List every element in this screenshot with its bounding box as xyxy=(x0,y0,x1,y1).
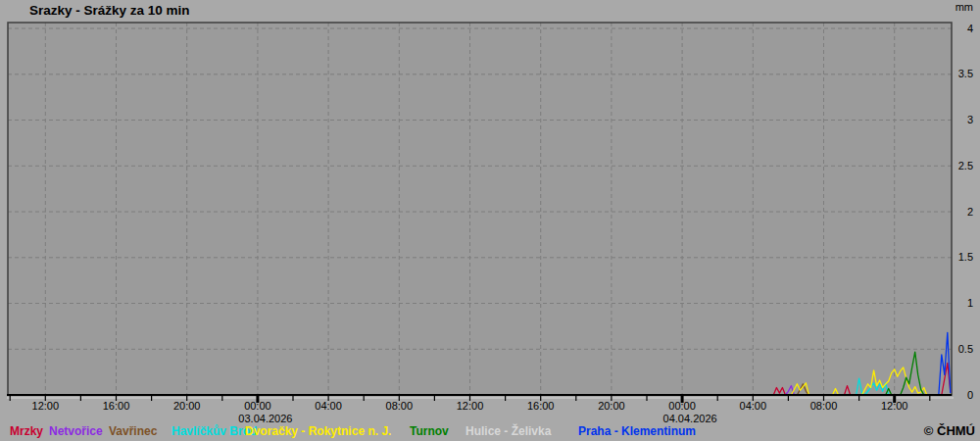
chart-title: Srazky - Srážky za 10 min xyxy=(29,3,190,18)
x-axis-tick-label: 08:00 xyxy=(369,400,428,412)
y-axis-tick-label: 2 xyxy=(934,206,973,218)
y-axis-unit-label: mm xyxy=(934,1,973,13)
x-axis-tick-label: 12:00 xyxy=(441,400,500,412)
legend-item: Hulice - Želivka xyxy=(466,424,551,438)
x-axis-tick-label: 08:00 xyxy=(795,400,854,412)
x-axis-tick-label: 00:00 xyxy=(228,400,287,412)
x-axis-tick-label: 20:00 xyxy=(158,400,217,412)
y-axis-tick-label: 0 xyxy=(934,389,973,401)
y-axis-tick-label: 3.5 xyxy=(934,68,973,79)
legend-item: Turnov xyxy=(410,424,449,438)
precipitation-chart-plot xyxy=(0,0,980,441)
y-axis-tick-label: 1 xyxy=(934,297,973,309)
precipitation-chart-window: Srazky - Srážky za 10 min mm 43.532.521.… xyxy=(0,0,980,441)
y-axis-tick-label: 3 xyxy=(934,114,973,125)
legend-item: Mrzky xyxy=(10,424,43,438)
x-axis-tick-label: 16:00 xyxy=(512,400,570,412)
x-axis-date-label: 04.04.2026 xyxy=(646,413,734,424)
x-axis-tick-label: 04:00 xyxy=(299,400,358,412)
y-axis-tick-label: 0.5 xyxy=(934,343,973,355)
x-axis-tick-label: 04:00 xyxy=(723,400,782,412)
x-axis-tick-label: 20:00 xyxy=(582,400,641,412)
x-axis-tick-label: 12:00 xyxy=(865,400,924,412)
x-axis-tick-label: 00:00 xyxy=(653,400,711,412)
legend-item: Vavřinec xyxy=(109,424,157,438)
y-axis-tick-label: 2.5 xyxy=(934,160,973,172)
legend-item: Dvoračky - Rokytnice n. J. xyxy=(245,424,391,438)
copyright-label: © ČHMÚ xyxy=(924,423,975,438)
y-axis-tick-label: 1.5 xyxy=(934,251,973,263)
x-axis-date-label: 03.04.2026 xyxy=(221,413,310,424)
y-axis-tick-label: 4 xyxy=(934,23,973,34)
legend-item: Netvořice xyxy=(49,424,103,438)
plot-background xyxy=(8,23,952,395)
x-axis-tick-label: 16:00 xyxy=(87,400,146,412)
x-axis-tick-label: 12:00 xyxy=(16,400,74,412)
legend-item: Praha - Klementinum xyxy=(578,424,696,438)
